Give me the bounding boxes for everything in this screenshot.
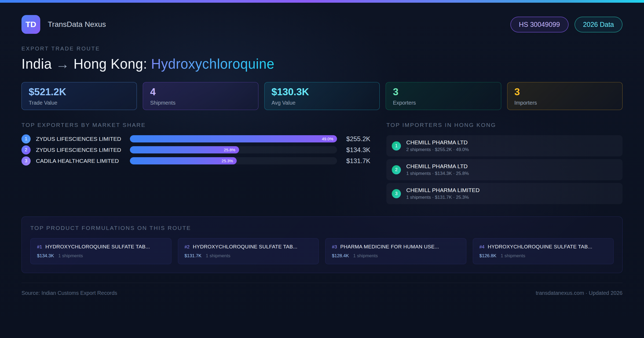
eyebrow-label: EXPORT TRADE ROUTE [21, 46, 623, 52]
formulation-bottom: $126.8K 1 shipments [480, 253, 607, 259]
importer-meta: 2 shipments · $255.2K · 49.0% [406, 147, 469, 152]
market-share-percent: 25.8% [224, 148, 235, 152]
formulation-card[interactable]: #1 HYDROXYCHLOROQUINE SULFATE TAB... $13… [30, 238, 171, 264]
rank-badge: 2 [21, 145, 31, 155]
formulations-heading: TOP PRODUCT FORMULATIONS ON THIS ROUTE [30, 225, 614, 231]
market-share-bar-track: 25.3% [130, 157, 337, 164]
stat-label: Avg Value [272, 100, 372, 106]
app-logo-text: TD [25, 20, 36, 29]
formulation-name: HYDROXYCHLOROQUINE SULFATE TAB... [193, 244, 297, 250]
page-container: TD TransData Nexus HS 30049099 2026 Data… [0, 15, 644, 296]
year-data-badge[interactable]: 2026 Data [575, 17, 623, 32]
importer-info: CHEMILL PHARMA LIMITED 1 shipments · $13… [406, 187, 480, 200]
exporter-name: ZYDUS LIFESCIENCES LIMITED [36, 136, 130, 142]
importer-card[interactable]: 1 CHEMILL PHARMA LTD 2 shipments · $255.… [386, 135, 623, 156]
exporters-heading: TOP EXPORTERS BY MARKET SHARE [21, 122, 370, 128]
rank-badge: 3 [21, 156, 31, 166]
rank-badge: 2 [392, 165, 401, 174]
formulation-value: $134.3K [37, 253, 54, 259]
header: TD TransData Nexus HS 30049099 2026 Data [21, 15, 623, 34]
importer-info: CHEMILL PHARMA LTD 1 shipments · $134.3K… [406, 163, 469, 176]
market-share-percent: 49.0% [322, 137, 333, 141]
formulations-list: #1 HYDROXYCHLOROQUINE SULFATE TAB... $13… [30, 238, 614, 264]
hs-code-badge[interactable]: HS 30049099 [510, 17, 569, 32]
stat-card-exporters: 3 Exporters [386, 82, 501, 110]
market-share-bar-fill: 49.0% [130, 135, 337, 142]
rank-badge: 3 [392, 189, 401, 198]
stat-value: 3 [514, 86, 615, 98]
formulation-card[interactable]: #4 HYDROXYCHLOROQUINE SULFATE TAB... $12… [473, 238, 614, 264]
stat-value: $521.2K [29, 86, 130, 98]
route-arrow-icon: → [56, 56, 70, 72]
formulation-top: #2 HYDROXYCHLOROQUINE SULFATE TAB... [185, 244, 312, 250]
exporter-row[interactable]: 2 ZYDUS LIFESCIENCES LIMITED 25.8% $134.… [21, 146, 370, 153]
importers-section: TOP IMPORTERS IN HONG KONG 1 CHEMILL PHA… [386, 122, 623, 204]
route-origin: India [21, 56, 52, 72]
page-title: India → Hong Kong: Hydroxychloroquine [21, 56, 623, 72]
formulation-name: HYDROXYCHLOROQUINE SULFATE TAB... [488, 244, 592, 250]
formulation-shipments: 1 shipments [501, 253, 525, 259]
exporter-name: ZYDUS LIFESCIENCES LIMITED [36, 147, 130, 153]
exporter-value: $134.3K [343, 146, 370, 154]
importer-meta: 1 shipments · $131.7K · 25.3% [406, 195, 480, 200]
formulation-card[interactable]: #3 PHARMA MEDICINE FOR HUMAN USE... $128… [325, 238, 466, 264]
formulation-name: PHARMA MEDICINE FOR HUMAN USE... [340, 244, 439, 250]
route-destination: Hong Kong: [74, 56, 147, 72]
formulation-bottom: $134.3K 1 shipments [37, 253, 165, 259]
stat-value: 4 [150, 86, 251, 98]
main-columns: TOP EXPORTERS BY MARKET SHARE 1 ZYDUS LI… [21, 122, 623, 204]
stat-value: $130.3K [272, 86, 372, 98]
rank-badge: 1 [21, 134, 31, 144]
exporter-row[interactable]: 3 CADILA HEALTHCARE LIMITED 25.3% $131.7… [21, 157, 370, 164]
stat-card-shipments: 4 Shipments [143, 82, 258, 110]
formulation-rank: #2 [185, 244, 190, 250]
footer-source: Source: Indian Customs Export Records [21, 290, 117, 296]
formulation-value: $128.4K [332, 253, 349, 259]
formulation-card[interactable]: #2 HYDROXYCHLOROQUINE SULFATE TAB... $13… [178, 238, 319, 264]
stat-label: Importers [514, 100, 615, 106]
formulation-shipments: 1 shipments [353, 253, 378, 259]
formulation-rank: #4 [480, 244, 485, 250]
exporter-value: $131.7K [343, 157, 370, 165]
header-badges: HS 30049099 2026 Data [510, 17, 623, 32]
formulation-rank: #1 [37, 244, 42, 250]
product-name: Hydroxychloroquine [151, 56, 275, 72]
rank-badge: 1 [392, 141, 401, 150]
formulation-top: #4 HYDROXYCHLOROQUINE SULFATE TAB... [480, 244, 607, 250]
app-logo: TD [21, 15, 40, 34]
formulation-name: HYDROXYCHLOROQUINE SULFATE TAB... [45, 244, 150, 250]
importer-name: CHEMILL PHARMA LTD [406, 139, 469, 146]
importer-card[interactable]: 3 CHEMILL PHARMA LIMITED 1 shipments · $… [386, 183, 623, 204]
importer-name: CHEMILL PHARMA LTD [406, 163, 469, 170]
stat-card-importers: 3 Importers [507, 82, 623, 110]
formulation-shipments: 1 shipments [58, 253, 83, 259]
formulation-bottom: $128.4K 1 shipments [332, 253, 460, 259]
exporter-row[interactable]: 1 ZYDUS LIFESCIENCES LIMITED 49.0% $255.… [21, 135, 370, 142]
formulation-shipments: 1 shipments [206, 253, 230, 259]
exporters-list: 1 ZYDUS LIFESCIENCES LIMITED 49.0% $255.… [21, 135, 370, 164]
importer-meta: 1 shipments · $134.3K · 25.8% [406, 171, 469, 176]
stat-label: Exporters [393, 100, 494, 106]
market-share-bar-track: 49.0% [130, 135, 337, 142]
formulation-value: $131.7K [185, 253, 202, 259]
formulation-value: $126.8K [480, 253, 496, 259]
exporter-name: CADILA HEALTHCARE LIMITED [36, 158, 130, 164]
market-share-bar-fill: 25.8% [130, 146, 239, 153]
stat-card-trade-value: $521.2K Trade Value [21, 82, 137, 110]
market-share-bar-track: 25.8% [130, 146, 337, 153]
stat-card-avg-value: $130.3K Avg Value [264, 82, 380, 110]
footer-site: transdatanexus.com · Updated 2026 [536, 290, 623, 296]
app-name: TransData Nexus [48, 20, 106, 29]
stat-value: 3 [393, 86, 494, 98]
footer: Source: Indian Customs Export Records tr… [21, 283, 623, 296]
market-share-percent: 25.3% [222, 159, 233, 163]
importer-card[interactable]: 2 CHEMILL PHARMA LTD 1 shipments · $134.… [386, 159, 623, 180]
exporter-value: $255.2K [343, 135, 370, 143]
stat-label: Trade Value [29, 100, 130, 106]
stat-label: Shipments [150, 100, 251, 106]
importer-info: CHEMILL PHARMA LTD 2 shipments · $255.2K… [406, 139, 469, 152]
importers-heading: TOP IMPORTERS IN HONG KONG [386, 122, 623, 128]
formulations-panel: TOP PRODUCT FORMULATIONS ON THIS ROUTE #… [21, 216, 623, 273]
stat-cards-row: $521.2K Trade Value 4 Shipments $130.3K … [21, 82, 623, 110]
market-share-bar-fill: 25.3% [130, 157, 237, 164]
